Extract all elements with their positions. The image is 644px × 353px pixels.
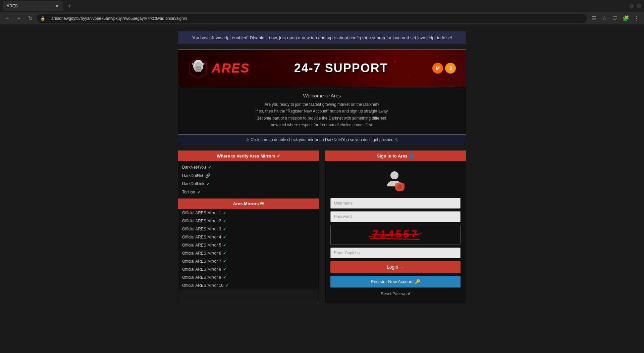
verify-link-torhoo[interactable]: TorHoo ✔ — [178, 188, 319, 196]
page-content: You have Javascript enabled! Disable it … — [0, 25, 644, 353]
username-input[interactable] — [330, 198, 461, 209]
window-control — [637, 4, 641, 8]
support-text: 24-7 SUPPORT — [250, 61, 432, 75]
mirrors-list-header: Ares Mirrors ☰ — [178, 198, 319, 209]
welcome-box: Welcome to Ares Are you ready to join th… — [178, 87, 466, 134]
phishing-warning[interactable]: ⚠ Click here to double check your mirror… — [178, 134, 466, 145]
check-icon: ✔ — [223, 259, 226, 264]
verify-header: Where to Verify Ares Mirrors ✓ — [178, 151, 319, 161]
verify-link-darkdotnet[interactable]: DarkDotNet 🔗 — [178, 172, 319, 180]
captcha-image: 714557 — [330, 225, 461, 245]
new-tab-button[interactable]: + — [64, 1, 74, 11]
reset-password-link[interactable]: Reset Password — [330, 292, 461, 296]
welcome-text: Are you ready to join the fastest growin… — [185, 101, 459, 129]
main-container: You have Javascript enabled! Disable it … — [178, 32, 466, 303]
two-column-layout: Where to Verify Ares Mirrors ✓ DarkNet4Y… — [178, 150, 466, 303]
mirrors-panel: Where to Verify Ares Mirrors ✓ DarkNet4Y… — [178, 150, 319, 303]
check-icon: ✔ — [223, 275, 226, 280]
password-input[interactable] — [330, 211, 461, 222]
nav-bar: ← → ↻ 🔒 ☰ ☆ 🛡 🧩 ⋮ — [0, 12, 644, 25]
svg-rect-3 — [196, 69, 201, 70]
browser-tab[interactable]: ARES ✕ — [3, 1, 63, 11]
svg-rect-4 — [196, 71, 201, 72]
phishing-warning-text: ⚠ Click here to double check your mirror… — [246, 137, 398, 142]
extensions-icon[interactable]: 🧩 — [621, 14, 631, 23]
signin-body: 714557 Login → Register New Account 🔑 — [325, 161, 466, 303]
decor-dot — [437, 55, 438, 57]
browser-chrome: ARES ✕ + ← → ↻ 🔒 ☰ ☆ 🛡 🧩 ⋮ — [0, 0, 644, 25]
check-icon: ✔ — [223, 211, 226, 215]
mirror-item-6[interactable]: Official ARES Mirror 6 ✔ — [178, 249, 319, 257]
check-icon: ✔ — [223, 227, 226, 231]
tab-close-button[interactable]: ✕ — [55, 3, 59, 9]
mirror-10-label: Official ARES Mirror 10 — [182, 283, 223, 288]
user-icon-area — [330, 168, 461, 192]
logo-text: ARES — [212, 61, 250, 76]
register-button[interactable]: Register New Account 🔑 — [330, 276, 461, 288]
logo-area: ARES — [188, 56, 250, 80]
decor-dot — [408, 76, 409, 77]
mirror-item-2[interactable]: Official ARES Mirror 2 ✔ — [178, 217, 319, 225]
js-warning-banner: You have Javascript enabled! Disable it … — [178, 32, 466, 44]
login-button[interactable]: Login → — [330, 261, 461, 273]
mirror-1-label: Official ARES Mirror 1 — [182, 211, 221, 215]
mirror-8-label: Official ARES Mirror 8 — [182, 267, 221, 272]
svg-rect-2 — [196, 67, 201, 68]
check-icon: ✔ — [225, 283, 229, 288]
captcha-text: 714557 — [372, 228, 419, 241]
bitcoin-icon: ₿ — [445, 63, 456, 74]
user-shield-icon — [384, 168, 407, 191]
torhoo-label: TorHoo — [182, 190, 195, 194]
mirror-item-3[interactable]: Official ARES Mirror 3 ✔ — [178, 225, 319, 233]
mirror-item-5[interactable]: Official ARES Mirror 5 ✔ — [178, 241, 319, 249]
lock-icon: 🔒 — [40, 16, 45, 21]
forward-button[interactable]: → — [14, 14, 23, 23]
shield-icon[interactable]: 🛡 — [610, 14, 620, 23]
check-icon: ✔ — [223, 219, 226, 223]
mirror-3-label: Official ARES Mirror 3 — [182, 227, 221, 231]
mirror-7-label: Official ARES Mirror 7 — [182, 259, 221, 264]
check-icon: ✔ — [223, 235, 226, 239]
decor-dot — [336, 57, 338, 58]
verify-section: DarkNet4You ✔ DarkDotNet 🔗 DarkDotLink ✔… — [178, 161, 319, 198]
window-control — [629, 4, 634, 8]
nav-icons: ☰ ☆ 🛡 🧩 ⋮ — [589, 14, 641, 23]
mirrors-list: Official ARES Mirror 1 ✔ Official ARES M… — [178, 209, 319, 290]
mirror-item-8[interactable]: Official ARES Mirror 8 ✔ — [178, 265, 319, 273]
verify-link-darkdotlink[interactable]: DarkDotLink ✔ — [178, 180, 319, 188]
signin-header: Sign in to Ares 👤 — [325, 151, 466, 161]
mirror-item-1[interactable]: Official ARES Mirror 1 ✔ — [178, 209, 319, 217]
ares-logo-icon — [188, 56, 208, 80]
darknet4you-label: DarkNet4You — [182, 165, 206, 170]
check-icon: ✔ — [223, 243, 226, 248]
check-icon: ✔ — [206, 181, 210, 186]
address-bar[interactable] — [47, 14, 584, 23]
signin-panel: Sign in to Ares 👤 — [325, 150, 466, 303]
mirror-5-label: Official ARES Mirror 5 — [182, 243, 221, 248]
mirror-item-4[interactable]: Official ARES Mirror 4 ✔ — [178, 233, 319, 241]
mirror-item-10[interactable]: Official ARES Mirror 10 ✔ — [178, 281, 319, 290]
bookmarks-icon[interactable]: ☰ — [589, 14, 598, 23]
darkdotnet-label: DarkDotNet — [182, 173, 203, 178]
menu-icon[interactable]: ⋮ — [632, 14, 641, 23]
tab-title: ARES — [7, 4, 18, 8]
mirror-2-label: Official ARES Mirror 2 — [182, 219, 221, 223]
darkdotlink-label: DarkDotLink — [182, 181, 204, 186]
check-icon: ✔ — [223, 267, 226, 272]
check-icon: ✔ — [197, 190, 201, 195]
mirror-item-7[interactable]: Official ARES Mirror 7 ✔ — [178, 257, 319, 265]
check-icon: ✔ — [223, 251, 226, 256]
mirror-6-label: Official ARES Mirror 6 — [182, 251, 221, 256]
back-button[interactable]: ← — [3, 14, 12, 23]
tab-bar: ARES ✕ + — [0, 0, 644, 12]
svg-point-5 — [390, 171, 398, 179]
captcha-input[interactable] — [330, 248, 461, 258]
header-banner: ARES 24-7 SUPPORT M ₿ — [178, 49, 466, 87]
mirror-item-9[interactable]: Official ARES Mirror 9 ✔ — [178, 273, 319, 281]
monero-icon: M — [432, 63, 443, 74]
check-icon: ✔ — [208, 165, 212, 170]
verify-link-darknet4you[interactable]: DarkNet4You ✔ — [178, 163, 319, 172]
star-icon[interactable]: ☆ — [600, 14, 609, 23]
mirror-4-label: Official ARES Mirror 4 — [182, 235, 221, 239]
refresh-button[interactable]: ↻ — [25, 14, 35, 23]
